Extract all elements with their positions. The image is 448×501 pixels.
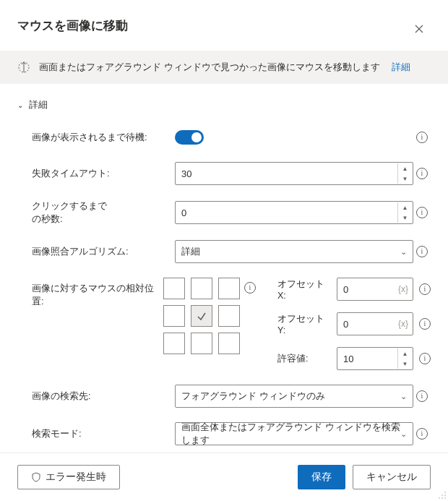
resize-grip-icon[interactable] bbox=[438, 491, 447, 500]
position-grid bbox=[163, 278, 240, 354]
spin-up[interactable]: ▲ bbox=[398, 202, 412, 213]
spin-down[interactable]: ▼ bbox=[398, 213, 412, 223]
label-offset-y: オフセット Y: bbox=[277, 313, 331, 335]
input-click-delay[interactable]: 0 ▲▼ bbox=[175, 201, 413, 224]
section-label-advanced: 詳細 bbox=[29, 98, 48, 111]
close-button[interactable] bbox=[408, 17, 431, 40]
pos-bot-right[interactable] bbox=[218, 333, 240, 354]
label-click-delay: クリックするまで の秒数: bbox=[32, 200, 175, 226]
label-tolerance: 許容値: bbox=[277, 353, 331, 365]
value-search-mode: 画面全体またはフォアグラウンド ウィンドウを検索します bbox=[181, 421, 400, 447]
spin-up[interactable]: ▲ bbox=[398, 348, 412, 359]
input-offset-y[interactable]: 0 {x} bbox=[337, 312, 413, 335]
toggle-wait-for-image[interactable] bbox=[175, 130, 204, 145]
value-fail-timeout: 30 bbox=[181, 168, 191, 179]
pos-bot-left[interactable] bbox=[163, 333, 185, 354]
variable-icon[interactable]: {x} bbox=[398, 284, 408, 294]
label-algorithm: 画像照合アルゴリズム: bbox=[32, 245, 175, 258]
spin-up[interactable]: ▲ bbox=[398, 163, 412, 174]
svg-point-2 bbox=[444, 494, 446, 496]
label-search-in: 画像の検索先: bbox=[32, 390, 175, 403]
pos-mid-left[interactable] bbox=[163, 305, 185, 327]
cancel-button[interactable]: キャンセル bbox=[353, 465, 431, 489]
pos-top-right[interactable] bbox=[218, 278, 240, 299]
label-offset-x: オフセット X: bbox=[277, 278, 331, 301]
on-error-button[interactable]: エラー発生時 bbox=[17, 465, 120, 489]
svg-point-1 bbox=[444, 492, 446, 493]
help-icon[interactable]: i bbox=[419, 318, 431, 330]
label-click-delay-1: クリックするまで bbox=[32, 200, 107, 211]
variable-icon[interactable]: {x} bbox=[398, 319, 408, 329]
chevron-down-icon: ⌄ bbox=[400, 429, 407, 439]
svg-point-5 bbox=[441, 497, 443, 499]
value-offset-x: 0 bbox=[343, 284, 348, 295]
on-error-label: エラー発生時 bbox=[46, 471, 106, 484]
svg-point-4 bbox=[441, 494, 443, 496]
input-fail-timeout[interactable]: 30 ▲▼ bbox=[175, 162, 413, 185]
chevron-down-icon: ⌄ bbox=[400, 392, 407, 401]
cancel-label: キャンセル bbox=[366, 471, 417, 484]
chevron-down-icon: ⌄ bbox=[17, 101, 23, 109]
label-search-mode: 検索モード: bbox=[32, 427, 175, 440]
info-text: 画面またはフォアグラウンド ウィンドウで見つかった画像にマウスを移動します bbox=[39, 61, 380, 74]
help-icon[interactable]: i bbox=[244, 282, 256, 294]
help-icon[interactable]: i bbox=[416, 428, 428, 440]
spin-down[interactable]: ▼ bbox=[398, 174, 412, 184]
value-tolerance: 10 bbox=[343, 354, 353, 364]
label-click-delay-2: の秒数: bbox=[32, 213, 63, 224]
save-label: 保存 bbox=[311, 471, 332, 484]
spin-down[interactable]: ▼ bbox=[398, 359, 412, 369]
pos-top-center[interactable] bbox=[191, 278, 212, 299]
svg-point-3 bbox=[444, 497, 446, 499]
chevron-down-icon: ⌄ bbox=[400, 247, 407, 257]
action-icon bbox=[17, 61, 30, 74]
info-bar: 画面またはフォアグラウンド ウィンドウで見つかった画像にマウスを移動します 詳細 bbox=[0, 51, 448, 84]
help-icon[interactable]: i bbox=[416, 246, 428, 257]
pos-mid-right[interactable] bbox=[218, 305, 240, 327]
label-wait: 画像が表示されるまで待機: bbox=[32, 131, 175, 144]
select-search-in[interactable]: フォアグラウンド ウィンドウのみ ⌄ bbox=[175, 385, 413, 408]
input-offset-x[interactable]: 0 {x} bbox=[337, 278, 413, 301]
label-relative-position: 画像に対するマウスの相対位置: bbox=[32, 278, 163, 308]
svg-point-6 bbox=[439, 497, 440, 499]
help-icon[interactable]: i bbox=[416, 168, 428, 179]
pos-bot-center[interactable] bbox=[191, 333, 212, 354]
value-click-delay: 0 bbox=[181, 207, 186, 218]
help-icon[interactable]: i bbox=[419, 283, 431, 295]
help-icon[interactable]: i bbox=[416, 390, 428, 402]
pos-mid-center[interactable] bbox=[191, 305, 212, 327]
section-toggle-advanced[interactable]: ⌄ 詳細 bbox=[17, 87, 431, 120]
input-tolerance[interactable]: 10 ▲▼ bbox=[337, 347, 413, 370]
value-search-in: フォアグラウンド ウィンドウのみ bbox=[181, 390, 325, 403]
shield-icon bbox=[31, 472, 41, 482]
label-timeout: 失敗タイムアウト: bbox=[32, 167, 175, 180]
help-icon[interactable]: i bbox=[416, 207, 428, 218]
select-search-mode[interactable]: 画面全体またはフォアグラウンド ウィンドウを検索します ⌄ bbox=[175, 422, 413, 445]
pos-top-left[interactable] bbox=[163, 278, 185, 299]
value-match-algorithm: 詳細 bbox=[181, 245, 200, 258]
info-more-link[interactable]: 詳細 bbox=[392, 61, 410, 74]
select-match-algorithm[interactable]: 詳細 ⌄ bbox=[175, 240, 413, 263]
value-offset-y: 0 bbox=[343, 319, 348, 330]
dialog-title: マウスを画像に移動 bbox=[17, 17, 128, 34]
save-button[interactable]: 保存 bbox=[298, 465, 345, 489]
help-icon[interactable]: i bbox=[416, 132, 428, 143]
help-icon[interactable]: i bbox=[419, 353, 431, 364]
